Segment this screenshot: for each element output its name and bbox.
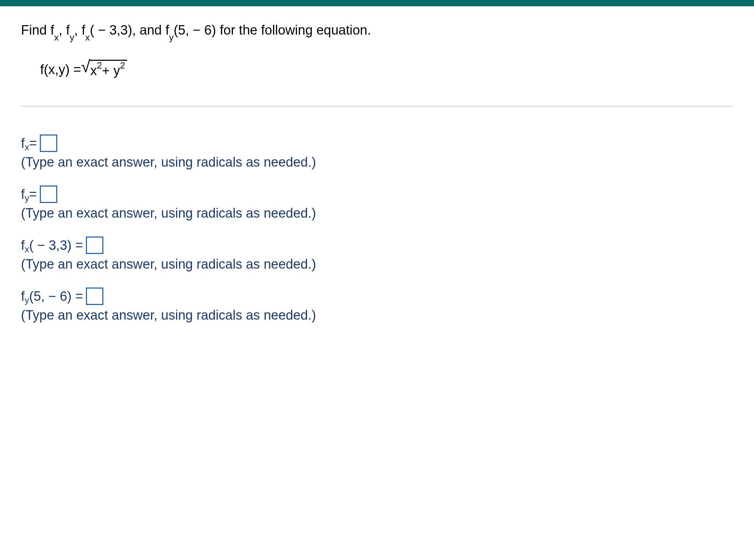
fx-input[interactable] [40, 134, 57, 152]
q-text: , f [74, 20, 86, 40]
label-f: f [21, 289, 25, 304]
answer-block-fx-point: f x ( − 3,3) = (Type an exact answer, us… [21, 237, 733, 272]
q-sub-x1: x [54, 31, 59, 44]
q-sub-y1: y [70, 31, 74, 44]
answer-row-fy-point: f y (5, − 6) = [21, 288, 733, 305]
label-sub-x: x [25, 244, 29, 254]
answer-block-fy: f y = (Type an exact answer, using radic… [21, 186, 733, 221]
label-eq: = [29, 136, 37, 151]
label-f: f [21, 238, 25, 253]
label-args: ( − 3,3) = [29, 238, 83, 253]
eq-x: x [90, 61, 97, 81]
hint-fx: (Type an exact answer, using radicals as… [21, 155, 733, 170]
equation: f(x,y) = √ x 2 + y 2 [40, 58, 733, 81]
q-text: (5, − 6) for the following equation. [174, 20, 371, 40]
answer-row-fx: f x = [21, 134, 733, 152]
hint-fx-point: (Type an exact answer, using radicals as… [21, 257, 733, 272]
label-f: f [21, 136, 25, 151]
top-accent-bar [0, 0, 754, 6]
fx-point-input[interactable] [86, 237, 103, 254]
hint-fy-point: (Type an exact answer, using radicals as… [21, 308, 733, 323]
label-eq: = [29, 187, 37, 202]
answer-row-fx-point: f x ( − 3,3) = [21, 237, 733, 254]
eq-x-exp: 2 [97, 59, 102, 72]
label-sub-x: x [25, 142, 29, 152]
q-text: Find f [21, 20, 54, 40]
sqrt-expression: √ x 2 + y 2 [81, 58, 127, 81]
label-sub-y: y [25, 295, 29, 305]
q-sub-y2: y [169, 31, 174, 44]
hint-fy: (Type an exact answer, using radicals as… [21, 206, 733, 221]
sqrt-icon: √ [81, 58, 90, 75]
answer-block-fy-point: f y (5, − 6) = (Type an exact answer, us… [21, 288, 733, 323]
fy-input[interactable] [40, 186, 57, 203]
question-section: Find f x , f y , f x ( − 3,3), and f y (… [21, 20, 733, 81]
fy-point-input[interactable] [86, 288, 103, 305]
eq-lhs: f(x,y) = [40, 60, 81, 80]
sqrt-content: x 2 + y 2 [89, 60, 127, 81]
label-sub-y: y [25, 193, 29, 203]
answer-row-fy: f y = [21, 186, 733, 203]
question-text: Find f x , f y , f x ( − 3,3), and f y (… [21, 20, 733, 40]
q-sub-x2: x [85, 31, 90, 44]
label-args: (5, − 6) = [29, 289, 83, 304]
q-text: , f [59, 20, 70, 40]
eq-y-exp: 2 [120, 59, 125, 72]
eq-plus: + y [102, 61, 120, 81]
label-f: f [21, 187, 25, 202]
answer-block-fx: f x = (Type an exact answer, using radic… [21, 134, 733, 170]
content-area: Find f x , f y , f x ( − 3,3), and f y (… [0, 6, 754, 352]
q-text: ( − 3,3), and f [90, 20, 169, 40]
answer-section: f x = (Type an exact answer, using radic… [21, 134, 733, 323]
divider [21, 106, 733, 107]
